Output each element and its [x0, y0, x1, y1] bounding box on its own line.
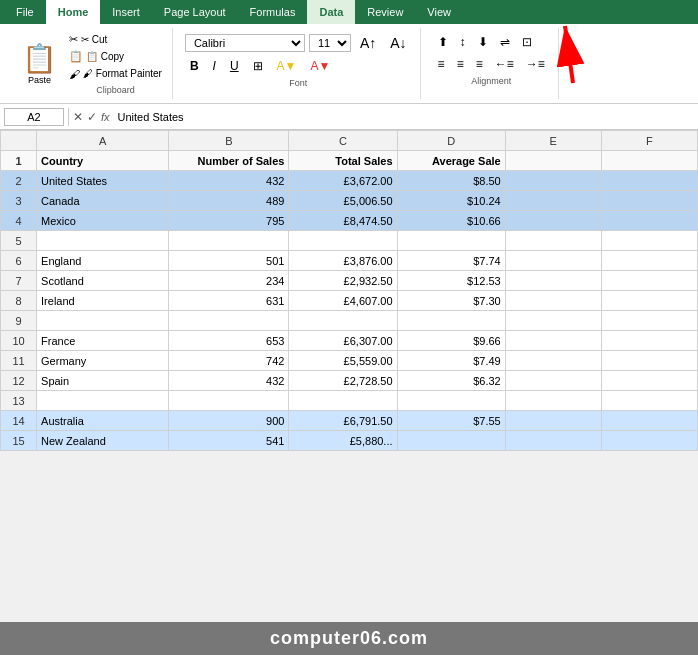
cell-e2[interactable] [505, 171, 601, 191]
cell-f10[interactable] [601, 331, 697, 351]
cell-e15[interactable] [505, 431, 601, 451]
font-name-select[interactable]: Calibri [185, 34, 305, 52]
cell-e1[interactable] [505, 151, 601, 171]
align-bottom-button[interactable]: ⬇ [473, 32, 493, 52]
font-size-select[interactable]: 11 [309, 34, 351, 52]
cell-d1[interactable]: Average Sale [397, 151, 505, 171]
cell-c13[interactable] [289, 391, 397, 411]
cell-a4[interactable]: Mexico [37, 211, 169, 231]
cell-f8[interactable] [601, 291, 697, 311]
tab-home[interactable]: Home [46, 0, 101, 24]
cell-c11[interactable]: £5,559.00 [289, 351, 397, 371]
cell-d5[interactable] [397, 231, 505, 251]
cell-e10[interactable] [505, 331, 601, 351]
paste-button[interactable]: 📋 Paste [16, 32, 63, 95]
cell-b12[interactable]: 432 [169, 371, 289, 391]
cell-d12[interactable]: $6.32 [397, 371, 505, 391]
align-top-button[interactable]: ⬆ [433, 32, 453, 52]
cell-b6[interactable]: 501 [169, 251, 289, 271]
fill-color-button[interactable]: A▼ [272, 56, 302, 76]
tab-insert[interactable]: Insert [100, 0, 152, 24]
cell-e14[interactable] [505, 411, 601, 431]
cell-c9[interactable] [289, 311, 397, 331]
wrap-text-button[interactable]: ⇌ [495, 32, 515, 52]
cell-d13[interactable] [397, 391, 505, 411]
align-right-button[interactable]: ≡ [471, 54, 488, 74]
cell-f13[interactable] [601, 391, 697, 411]
format-painter-button[interactable]: 🖌 🖌 Format Painter [67, 67, 164, 81]
cell-a13[interactable] [37, 391, 169, 411]
tab-page-layout[interactable]: Page Layout [152, 0, 238, 24]
cell-e7[interactable] [505, 271, 601, 291]
cell-a12[interactable]: Spain [37, 371, 169, 391]
cell-c2[interactable]: £3,672.00 [289, 171, 397, 191]
cell-c12[interactable]: £2,728.50 [289, 371, 397, 391]
cell-a1[interactable]: Country [37, 151, 169, 171]
cell-b5[interactable] [169, 231, 289, 251]
cell-e4[interactable] [505, 211, 601, 231]
cell-f14[interactable] [601, 411, 697, 431]
tab-data[interactable]: Data [307, 0, 355, 24]
cell-d11[interactable]: $7.49 [397, 351, 505, 371]
cell-d2[interactable]: $8.50 [397, 171, 505, 191]
cancel-formula-icon[interactable]: ✕ [73, 110, 83, 124]
col-header-c[interactable]: C [289, 131, 397, 151]
align-left-button[interactable]: ≡ [433, 54, 450, 74]
cell-a8[interactable]: Ireland [37, 291, 169, 311]
cell-b9[interactable] [169, 311, 289, 331]
bold-button[interactable]: B [185, 56, 204, 76]
cell-f5[interactable] [601, 231, 697, 251]
tab-review[interactable]: Review [355, 0, 415, 24]
cell-c5[interactable] [289, 231, 397, 251]
cell-c4[interactable]: £8,474.50 [289, 211, 397, 231]
cell-b4[interactable]: 795 [169, 211, 289, 231]
cell-f15[interactable] [601, 431, 697, 451]
tab-view[interactable]: View [415, 0, 463, 24]
cell-b10[interactable]: 653 [169, 331, 289, 351]
cell-a3[interactable]: Canada [37, 191, 169, 211]
cell-b7[interactable]: 234 [169, 271, 289, 291]
italic-button[interactable]: I [208, 56, 221, 76]
cell-b14[interactable]: 900 [169, 411, 289, 431]
decrease-font-button[interactable]: A↓ [385, 32, 411, 54]
cell-c8[interactable]: £4,607.00 [289, 291, 397, 311]
cell-a9[interactable] [37, 311, 169, 331]
confirm-formula-icon[interactable]: ✓ [87, 110, 97, 124]
cell-f1[interactable] [601, 151, 697, 171]
cell-d7[interactable]: $12.53 [397, 271, 505, 291]
cell-e5[interactable] [505, 231, 601, 251]
cell-a15[interactable]: New Zealand [37, 431, 169, 451]
align-center-button[interactable]: ≡ [452, 54, 469, 74]
cell-c14[interactable]: £6,791.50 [289, 411, 397, 431]
cell-b3[interactable]: 489 [169, 191, 289, 211]
cell-f12[interactable] [601, 371, 697, 391]
cell-f6[interactable] [601, 251, 697, 271]
cell-e9[interactable] [505, 311, 601, 331]
tab-formulas[interactable]: Formulas [238, 0, 308, 24]
cell-f2[interactable] [601, 171, 697, 191]
cell-b1[interactable]: Number of Sales [169, 151, 289, 171]
cell-b13[interactable] [169, 391, 289, 411]
col-header-a[interactable]: A [37, 131, 169, 151]
cell-f7[interactable] [601, 271, 697, 291]
tab-file[interactable]: File [4, 0, 46, 24]
cell-f9[interactable] [601, 311, 697, 331]
insert-function-icon[interactable]: fx [101, 111, 110, 123]
col-header-f[interactable]: F [601, 131, 697, 151]
cell-c10[interactable]: £6,307.00 [289, 331, 397, 351]
merge-button[interactable]: ⊡ [517, 32, 537, 52]
cell-b11[interactable]: 742 [169, 351, 289, 371]
cell-f11[interactable] [601, 351, 697, 371]
cell-b2[interactable]: 432 [169, 171, 289, 191]
increase-indent-button[interactable]: →≡ [521, 54, 550, 74]
cell-d9[interactable] [397, 311, 505, 331]
cell-d15[interactable] [397, 431, 505, 451]
cell-e11[interactable] [505, 351, 601, 371]
formula-input[interactable] [114, 109, 694, 125]
cut-button[interactable]: ✂ ✂ Cut [67, 32, 164, 47]
cell-a7[interactable]: Scotland [37, 271, 169, 291]
copy-button[interactable]: 📋 📋 Copy [67, 49, 164, 64]
cell-c3[interactable]: £5,006.50 [289, 191, 397, 211]
cell-c7[interactable]: £2,932.50 [289, 271, 397, 291]
cell-a6[interactable]: England [37, 251, 169, 271]
